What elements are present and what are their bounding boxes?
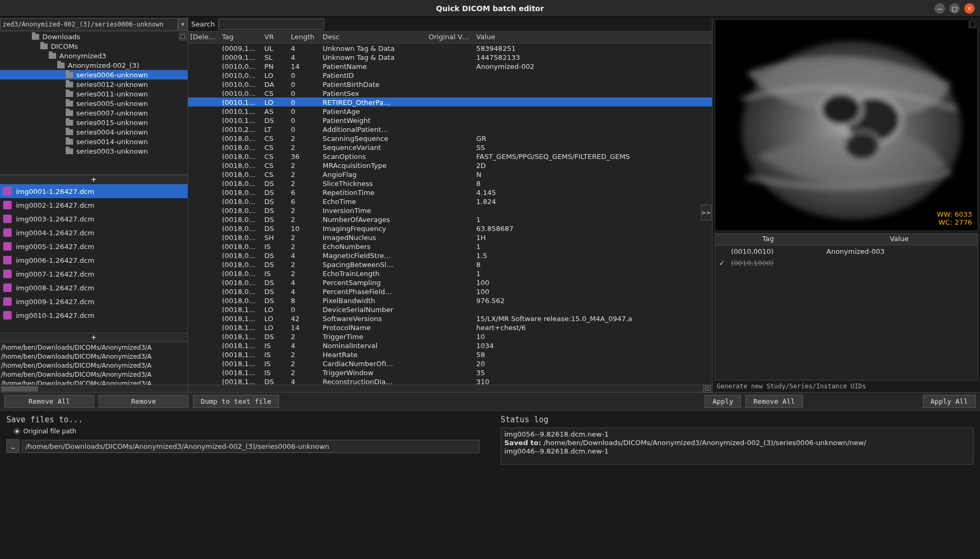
tag-row[interactable]: (0018,0…IS2EchoNumbers1 bbox=[188, 242, 712, 251]
edit-queue-table[interactable]: Tag Value (0010,0010)Anonymized-003✓(001… bbox=[715, 233, 978, 380]
file-item[interactable]: img0007-1.26427.dcm bbox=[0, 267, 188, 281]
col-vr[interactable]: VR bbox=[262, 32, 289, 43]
tag-row[interactable]: (0018,0…DS6RepetitionTime4.145 bbox=[188, 188, 712, 197]
tree-item[interactable]: series0012-unknown bbox=[0, 79, 188, 89]
close-button[interactable]: ✕ bbox=[964, 3, 975, 14]
tag-row[interactable]: (0018,1…IS4NominalInterval1034 bbox=[188, 341, 712, 350]
tag-row[interactable]: (0018,0…DS4MagneticFieldStre…1.5 bbox=[188, 251, 712, 260]
tree-item[interactable]: DICOMs bbox=[0, 41, 188, 51]
file-item[interactable]: img0004-1.26427.dcm bbox=[0, 226, 188, 239]
tree-item[interactable]: Anonymized3 bbox=[0, 51, 188, 60]
tree-item[interactable]: series0004-unknown bbox=[0, 127, 188, 137]
tree-item[interactable]: series0003-unknown bbox=[0, 146, 188, 156]
file-item[interactable]: img0010-1.26427.dcm bbox=[0, 308, 188, 322]
save-path-input[interactable] bbox=[22, 440, 479, 453]
tag-row[interactable]: (0018,0…CS2ScanningSequenceGR bbox=[188, 134, 712, 143]
tree-item[interactable]: series0014-unknown bbox=[0, 137, 188, 146]
tag-row[interactable]: (0010,0…CS0PatientSex bbox=[188, 88, 712, 97]
file-list[interactable]: img0001-1.26427.dcmimg0002-1.26427.dcmim… bbox=[0, 184, 188, 333]
file-item[interactable]: img0003-1.26427.dcm bbox=[0, 212, 188, 226]
tree-item[interactable]: series0007-unknown bbox=[0, 108, 188, 118]
apply-button[interactable]: Apply bbox=[705, 395, 741, 408]
tag-row[interactable]: (0018,0…CS36ScanOptionsFAST_GEMS/PPG/SEQ… bbox=[188, 152, 712, 161]
search-input[interactable] bbox=[218, 19, 324, 30]
tag-row[interactable]: (0009,1…UL4Unknown Tag & Data583948251 bbox=[188, 43, 712, 52]
tree-item[interactable]: Anonymized-002_(3) bbox=[0, 60, 188, 70]
tag-row[interactable]: (0009,1…SL4Unknown Tag & Data1447582133 bbox=[188, 52, 712, 61]
edit-col-tag[interactable]: Tag bbox=[715, 234, 821, 245]
selected-paths-log[interactable]: /home/ben/Downloads/DICOMs/Anonymized3/A… bbox=[0, 342, 188, 385]
tag-row[interactable]: (0010,1…AS0PatientAge bbox=[188, 107, 712, 116]
tag-row[interactable]: (0018,0…DS2NumberOfAverages1 bbox=[188, 215, 712, 224]
path-log-line[interactable]: /home/ben/Downloads/DICOMs/Anonymized3/A bbox=[1, 361, 186, 370]
tag-row[interactable]: (0010,0…DA0PatientBirthDate bbox=[188, 79, 712, 88]
tag-row[interactable]: (0018,1…LO42SoftwareVersions15/LX/MR Sof… bbox=[188, 314, 712, 323]
tag-row[interactable]: (0018,1…IS2TriggerWindow35 bbox=[188, 368, 712, 377]
col-desc[interactable]: Desc bbox=[320, 32, 426, 43]
path-dropdown-icon[interactable]: ▾ bbox=[178, 18, 188, 31]
tag-row[interactable]: (0018,0…DS6EchoTime1.824 bbox=[188, 197, 712, 206]
tag-row[interactable]: (0018,0…IS2EchoTrainLength1 bbox=[188, 269, 712, 278]
remove-all-paths-button[interactable]: Remove All bbox=[4, 395, 94, 408]
tag-row[interactable]: (0010,2…LT0AdditionalPatient… bbox=[188, 125, 712, 134]
tag-row[interactable]: (0018,0…SH2ImagedNucleus1H bbox=[188, 233, 712, 242]
tag-row[interactable]: (0018,0…DS2SliceThickness8 bbox=[188, 179, 712, 188]
col-tag[interactable]: Tag bbox=[220, 32, 262, 43]
add-file-button[interactable]: + bbox=[0, 333, 188, 342]
path-log-line[interactable]: /home/ben/Downloads/DICOMs/Anonymized3/A bbox=[1, 370, 186, 379]
tag-row[interactable]: (0018,0…CS2AngioFlagN bbox=[188, 170, 712, 179]
tag-row[interactable]: (0018,1…IS2CardiacNumberOfI…20 bbox=[188, 359, 712, 368]
remove-all-edits-button[interactable]: Remove All bbox=[745, 395, 803, 408]
tag-row[interactable]: (0018,0…DS4PercentPhaseField…100 bbox=[188, 287, 712, 296]
edit-row[interactable]: (0010,0010)Anonymized-003 bbox=[715, 245, 977, 257]
tag-row[interactable]: (0018,0…DS4PercentSampling100 bbox=[188, 278, 712, 287]
tree-item[interactable]: Downloads bbox=[0, 32, 188, 41]
file-item[interactable]: img0009-1.26427.dcm bbox=[0, 295, 188, 308]
file-item[interactable]: img0001-1.26427.dcm bbox=[0, 184, 188, 198]
dicom-image-preview[interactable]: □ bbox=[715, 19, 978, 231]
minimize-button[interactable]: — bbox=[934, 3, 945, 14]
col-delete[interactable]: [Delete] bbox=[188, 32, 220, 43]
tree-item[interactable]: series0015-unknown bbox=[0, 118, 188, 127]
tag-row[interactable]: (0010,0…LO0PatientID bbox=[188, 70, 712, 79]
folder-tree[interactable]: □ DownloadsDICOMsAnonymized3Anonymized-0… bbox=[0, 32, 188, 175]
tag-row[interactable]: (0010,1…LO0RETIRED_OtherPa… bbox=[188, 97, 712, 107]
browse-path-button[interactable]: … bbox=[6, 439, 20, 453]
tag-row[interactable]: (0018,0…DS2SpacingBetweenSl…8 bbox=[188, 260, 712, 269]
path-log-scrollbar[interactable] bbox=[0, 385, 188, 392]
tag-row[interactable]: (0010,0…PN14PatientNameAnonymized-002 bbox=[188, 61, 712, 70]
expand-right-button[interactable]: >> bbox=[701, 205, 711, 220]
col-value[interactable]: Value bbox=[474, 32, 712, 43]
edit-col-value[interactable]: Value bbox=[821, 234, 977, 245]
file-item[interactable]: img0005-1.26427.dcm bbox=[0, 239, 188, 253]
dicom-tag-table[interactable]: □ [Delete] Tag VR Length Desc Original V… bbox=[188, 32, 712, 385]
apply-all-button[interactable]: Apply All bbox=[923, 395, 976, 408]
edit-row[interactable]: ✓(0010,1000) bbox=[715, 257, 977, 269]
tag-table-scrollbar[interactable]: □ bbox=[188, 385, 712, 392]
tag-row[interactable]: (0018,0…DS8PixelBandwidth976.562 bbox=[188, 296, 712, 305]
status-log[interactable]: img0056--9.82618.dcm.new-1Saved to: /hom… bbox=[501, 428, 974, 465]
tag-row[interactable]: (0018,1…LO14ProtocolNameheart+chest/6 bbox=[188, 323, 712, 332]
tag-row[interactable]: (0018,0…CS2SequenceVariantSS bbox=[188, 143, 712, 152]
tree-item[interactable]: series0006-unknown bbox=[0, 70, 188, 79]
tag-row[interactable]: (0018,0…CS2MRAcquisitionType2D bbox=[188, 161, 712, 170]
tag-row[interactable]: (0018,1…LO0DeviceSerialNumber bbox=[188, 305, 712, 314]
remove-path-button[interactable]: Remove bbox=[99, 395, 189, 408]
preview-collapse-icon[interactable]: □ bbox=[969, 21, 976, 28]
tag-row[interactable]: (0018,1…DS4ReconstructionDia…310 bbox=[188, 377, 712, 385]
path-log-line[interactable]: /home/ben/Downloads/DICOMs/Anonymized3/A bbox=[1, 352, 186, 361]
tag-row[interactable]: (0018,0…DS2InversionTime bbox=[188, 206, 712, 215]
add-folder-button[interactable]: + bbox=[0, 175, 188, 184]
path-log-line[interactable]: /home/ben/Downloads/DICOMs/Anonymized3/A bbox=[1, 343, 186, 352]
original-path-radio[interactable]: Original file path bbox=[14, 428, 479, 435]
maximize-button[interactable]: □ bbox=[949, 3, 960, 14]
tag-row[interactable]: (0018,0…DS10ImagingFrequency63.858687 bbox=[188, 224, 712, 233]
tag-row[interactable]: (0010,1…DS0PatientWeight bbox=[188, 116, 712, 125]
col-length[interactable]: Length bbox=[289, 32, 320, 43]
tree-collapse-icon[interactable]: □ bbox=[179, 33, 186, 40]
file-item[interactable]: img0006-1.26427.dcm bbox=[0, 253, 188, 267]
col-orig[interactable]: Original Value bbox=[426, 32, 474, 43]
tree-item[interactable]: series0005-unknown bbox=[0, 99, 188, 108]
path-log-line[interactable]: /home/ben/Downloads/DICOMs/Anonymized3/A bbox=[1, 379, 186, 385]
file-item[interactable]: img0008-1.26427.dcm bbox=[0, 281, 188, 295]
